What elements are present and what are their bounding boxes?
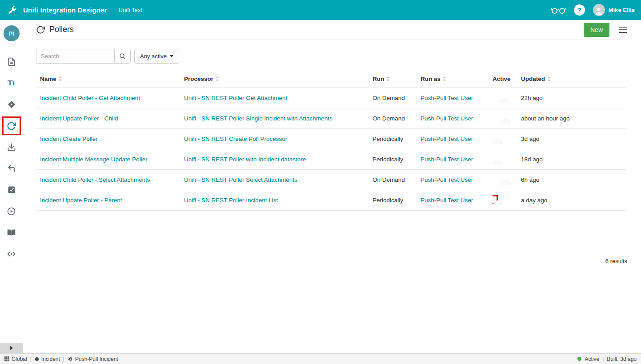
document-icon <box>2 52 21 71</box>
column-header-run[interactable]: Run <box>373 76 421 82</box>
table-row: Incident Update Poller - Parent Unifi - … <box>36 190 627 211</box>
sidebar-item-documents[interactable] <box>2 51 21 72</box>
column-label: Updated <box>521 76 545 82</box>
poller-name-link[interactable]: Incident Update Poller - Child <box>36 115 184 122</box>
updated-text: 6h ago <box>521 176 627 183</box>
sort-icon <box>547 76 551 82</box>
search-icon <box>119 53 126 60</box>
updated-text: 18d ago <box>521 156 627 163</box>
sort-icon <box>386 76 390 82</box>
column-label: Name <box>40 76 56 82</box>
column-header-updated[interactable]: Updated <box>521 76 627 82</box>
column-header-processor[interactable]: Processor <box>184 76 373 82</box>
spectacles-icon[interactable] <box>551 6 566 14</box>
processor-link[interactable]: Unifi - SN REST Poller Incident List <box>184 197 373 204</box>
sidebar-item-documentation[interactable] <box>2 222 21 243</box>
status-dot-icon <box>577 357 581 361</box>
processor-link[interactable]: Unifi - SN REST Poller Select Attachment… <box>184 176 373 183</box>
column-header-run-as[interactable]: Run as <box>421 76 493 82</box>
run-as-link[interactable]: Push-Pull Test User <box>421 197 493 204</box>
gear-icon <box>68 356 73 362</box>
table-row: Incident Update Poller - Child Unifi - S… <box>36 108 627 129</box>
help-icon[interactable]: ? <box>574 4 585 16</box>
poller-name-link[interactable]: Incident Child Poller - Select Attachmen… <box>36 176 184 183</box>
environment-name[interactable]: Unifi Test <box>119 7 142 13</box>
download-icon <box>2 138 21 156</box>
run-as-link[interactable]: Push-Pull Test User <box>421 95 493 101</box>
processor-link[interactable]: Unifi - SN REST Poller Single Incident w… <box>184 115 373 122</box>
poller-name-link[interactable]: Incident Create Poller <box>36 136 184 142</box>
poller-name-link[interactable]: Incident Child Poller - Get Attachment <box>36 95 184 101</box>
pollers-icon <box>36 25 45 34</box>
run-mode: On Demand <box>373 95 421 101</box>
integration-avatar[interactable]: PI <box>4 25 20 41</box>
process-label: Incident <box>41 356 60 362</box>
updated-text: 22h ago <box>521 95 627 101</box>
topbar-actions: ? Mike Ellis <box>551 4 635 16</box>
active-filter-label: Any active <box>140 53 167 60</box>
poller-name-link[interactable]: Incident Multiple Message Update Poller <box>36 156 184 163</box>
user-name: Mike Ellis <box>609 7 635 13</box>
process-icon <box>35 357 39 361</box>
main-content: Pollers New Any active Name Processor Ru… <box>23 20 641 353</box>
chevron-down-icon <box>170 55 173 57</box>
hamburger-menu-icon[interactable] <box>619 27 627 33</box>
sidebar-item-responses[interactable] <box>2 158 21 179</box>
processor-link[interactable]: Unifi - SN REST Poller with Incident dat… <box>184 156 373 163</box>
run-as-link[interactable]: Push-Pull Test User <box>421 115 493 122</box>
text-format-icon: Tt <box>2 74 21 92</box>
column-header-name[interactable]: Name <box>36 76 184 82</box>
sidebar-item-pollers[interactable] <box>2 115 21 136</box>
process-item[interactable]: Incident <box>35 356 60 362</box>
built-label: Built: 3d ago <box>607 356 637 362</box>
run-mode: On Demand <box>373 115 421 122</box>
results-count: 6 results <box>36 258 627 264</box>
sidebar-collapse-button[interactable] <box>0 343 23 353</box>
page-header: Pollers New <box>36 20 627 40</box>
top-bar: Unifi Integration Designer Unifi Test ? … <box>0 0 641 20</box>
sidebar-item-fields[interactable]: Tt <box>2 72 21 94</box>
column-header-active[interactable]: Active <box>493 76 521 82</box>
status-label: Active <box>585 356 599 362</box>
scope-item[interactable]: Global <box>4 356 27 362</box>
code-icon <box>2 244 21 263</box>
separator: | <box>602 356 604 362</box>
user-avatar-icon <box>593 4 605 16</box>
integration-item[interactable]: Push-Pull Incident <box>68 356 118 362</box>
processor-link[interactable]: Unifi - SN REST Poller Get Attachment <box>184 95 373 101</box>
user-menu[interactable]: Mike Ellis <box>593 4 635 16</box>
table-row: Incident Multiple Message Update Poller … <box>36 149 627 170</box>
run-as-link[interactable]: Push-Pull Test User <box>421 176 493 183</box>
chevron-right-icon <box>10 346 13 350</box>
page-title: Pollers <box>49 25 74 34</box>
poller-name-link[interactable]: Incident Update Poller - Parent <box>36 197 184 204</box>
column-label: Run as <box>421 76 441 82</box>
sidebar-item-runs[interactable] <box>2 200 21 222</box>
message-diamond-icon <box>2 95 21 114</box>
table-row: Incident Child Poller - Get Attachment U… <box>36 88 627 108</box>
table-header: Name Processor Run Run as Active Updated <box>36 70 627 88</box>
sidebar: PI Tt <box>0 20 23 343</box>
processor-link[interactable]: Unifi - SN REST Create Poll Processor <box>184 136 373 142</box>
sidebar-item-messages[interactable] <box>2 94 21 115</box>
active-filter-dropdown[interactable]: Any active <box>134 49 179 64</box>
run-mode: On Demand <box>373 176 421 183</box>
sidebar-item-tasks[interactable] <box>2 179 21 200</box>
search-button[interactable] <box>114 49 131 64</box>
check-square-icon <box>2 180 21 199</box>
run-as-link[interactable]: Push-Pull Test User <box>421 156 493 163</box>
sort-icon <box>443 76 447 82</box>
search-input[interactable] <box>36 49 114 64</box>
integration-label: Push-Pull Incident <box>75 356 118 362</box>
run-as-link[interactable]: Push-Pull Test User <box>421 136 493 142</box>
reply-icon <box>2 159 21 178</box>
scope-label: Global <box>12 356 27 362</box>
sidebar-item-api[interactable] <box>2 243 21 264</box>
sidebar-item-import[interactable] <box>2 136 21 158</box>
poller-icon <box>2 116 21 135</box>
table-row: Incident Child Poller - Select Attachmen… <box>36 170 627 190</box>
new-button[interactable]: New <box>584 23 609 37</box>
separator: | <box>30 356 32 362</box>
status-bar: Global | Incident | Push-Pull Incident A… <box>0 353 641 364</box>
column-label: Processor <box>184 76 213 82</box>
